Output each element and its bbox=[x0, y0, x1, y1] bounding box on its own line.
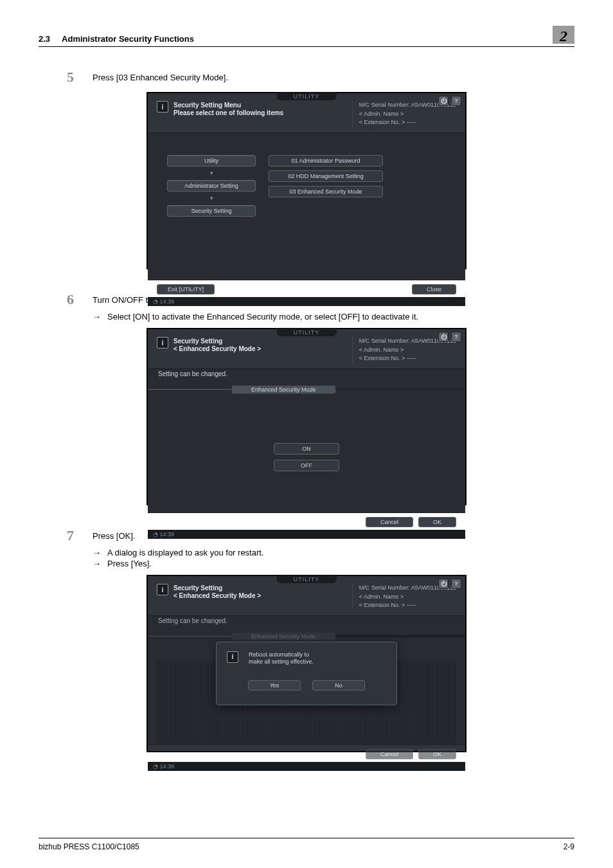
page: 2.3 Administrator Security Functions 2 5… bbox=[0, 0, 613, 868]
help-icon[interactable]: ? bbox=[451, 96, 461, 106]
off-button[interactable]: OFF bbox=[274, 460, 339, 471]
info-icon: i bbox=[227, 651, 238, 663]
chapter-badge: 2 bbox=[553, 26, 574, 44]
exit-utility-button[interactable]: Exit [UTILITY] bbox=[157, 284, 215, 294]
dialog-line-1: Reboot automatically to bbox=[249, 651, 314, 659]
help-icon[interactable]: ? bbox=[451, 332, 461, 342]
footer-model: bizhub PRESS C1100/C1085 bbox=[39, 842, 139, 851]
section-title: Administrator Security Functions bbox=[62, 34, 553, 44]
dialog-line-2: make all setting effective. bbox=[249, 658, 314, 666]
opt-hdd-management-button[interactable]: 02 HDD Management Setting bbox=[269, 170, 383, 182]
power-icon[interactable]: ⏻ bbox=[438, 332, 449, 342]
nav-utility-button[interactable]: Utility bbox=[167, 155, 256, 167]
power-icon[interactable]: ⏻ bbox=[438, 579, 449, 589]
on-button[interactable]: ON bbox=[274, 443, 339, 455]
status-message: Setting can be changed. bbox=[148, 369, 465, 383]
chevron-down-icon: ▾ bbox=[167, 172, 256, 175]
clock-icon: ◔ bbox=[153, 298, 158, 305]
footer-page: 2-9 bbox=[564, 842, 574, 851]
reboot-dialog: i Reboot automatically to make all setti… bbox=[216, 642, 397, 705]
header-line-2: < Enhanced Security Mode > bbox=[173, 592, 261, 599]
step-sub: →Press [Yes]. bbox=[93, 559, 574, 568]
step-5: 5 Press [03 Enhanced Security Mode]. bbox=[67, 69, 574, 86]
panel-footer: Cancel OK bbox=[148, 512, 465, 530]
status-bar: ◔ 14:38 bbox=[148, 762, 465, 771]
top-right-icons: ⏻ ? bbox=[438, 96, 461, 106]
admin-line: < Admin. Name > bbox=[359, 593, 456, 602]
chapter-number: 2 bbox=[560, 28, 567, 44]
panel-body: Utility ▾ Administrator Setting ▾ Securi… bbox=[148, 133, 465, 280]
clock-icon: ◔ bbox=[153, 531, 158, 538]
clock-time: 14:38 bbox=[160, 763, 175, 770]
section-number: 2.3 bbox=[39, 34, 50, 44]
header-line-2: < Enhanced Security Mode > bbox=[173, 345, 261, 352]
header-line-1: Security Setting Menu bbox=[173, 101, 283, 109]
sub-text: Press [Yes]. bbox=[107, 559, 152, 568]
ok-button[interactable]: OK bbox=[418, 517, 456, 527]
utility-tab: UTILITY bbox=[277, 93, 337, 100]
info-icon: i bbox=[157, 584, 168, 595]
step-number: 5 bbox=[67, 69, 93, 86]
option-column: 01 Administrator Password 02 HDD Managem… bbox=[269, 155, 383, 217]
info-icon: i bbox=[157, 101, 168, 113]
panel-footer: Exit [UTILITY] Close bbox=[148, 280, 465, 297]
section-band: Enhanced Security Mode bbox=[148, 385, 465, 394]
arrow-icon: → bbox=[93, 548, 101, 557]
step-text: Press [OK]. bbox=[93, 527, 135, 541]
section-band: Enhanced Security Mode bbox=[148, 632, 465, 641]
top-right-icons: ⏻ ? bbox=[438, 332, 461, 342]
status-bar: ◔ 14:38 bbox=[148, 297, 465, 306]
nav-admin-setting-button[interactable]: Administrator Setting bbox=[167, 180, 256, 192]
cancel-button[interactable]: Cancel bbox=[366, 517, 413, 527]
opt-enhanced-security-button[interactable]: 03 Enhanced Security Mode bbox=[269, 186, 383, 197]
header-line-2: Please select one of following items bbox=[173, 109, 283, 116]
no-button[interactable]: No bbox=[312, 680, 365, 691]
chevron-down-icon: ▾ bbox=[167, 197, 256, 200]
step-sub: →A dialog is displayed to ask you for re… bbox=[93, 548, 574, 557]
clock-time: 14:38 bbox=[160, 531, 175, 538]
panel-body: Setting can be changed. Enhanced Securit… bbox=[148, 616, 465, 745]
arrow-icon: → bbox=[93, 559, 101, 568]
ok-button: OK bbox=[418, 749, 456, 759]
info-icon: i bbox=[157, 337, 168, 348]
clock-time: 14:38 bbox=[160, 298, 175, 305]
top-right-icons: ⏻ ? bbox=[438, 579, 461, 589]
screenshot-1-wrap: UTILITY ⏻ ? i Security Setting Menu Plea… bbox=[39, 92, 574, 269]
yes-button[interactable]: Yes bbox=[248, 680, 301, 691]
screenshot-3-wrap: UTILITY ⏻ ? i Security Setting < Enhance… bbox=[39, 575, 574, 752]
ext-line: < Extension No. > ----- bbox=[359, 118, 456, 127]
status-message: Setting can be changed. bbox=[148, 616, 465, 629]
clock-icon: ◔ bbox=[153, 763, 158, 770]
section-band-label: Enhanced Security Mode bbox=[231, 385, 336, 394]
screenshot-2-wrap: UTILITY ⏻ ? i Security Setting < Enhance… bbox=[39, 328, 574, 505]
sub-text: A dialog is displayed to ask you for res… bbox=[107, 548, 264, 557]
arrow-icon: → bbox=[93, 312, 101, 321]
toggle-group: ON OFF bbox=[148, 413, 465, 512]
page-footer: bizhub PRESS C1100/C1085 2-9 bbox=[39, 838, 574, 851]
help-icon[interactable]: ? bbox=[451, 579, 461, 589]
screenshot-2: UTILITY ⏻ ? i Security Setting < Enhance… bbox=[147, 328, 466, 505]
ext-line: < Extension No. > ----- bbox=[359, 354, 456, 363]
admin-line: < Admin. Name > bbox=[359, 110, 456, 119]
utility-tab: UTILITY bbox=[277, 329, 337, 336]
power-icon[interactable]: ⏻ bbox=[438, 96, 449, 106]
header-line-1: Security Setting bbox=[173, 337, 261, 345]
panel-body: Setting can be changed. Enhanced Securit… bbox=[148, 369, 465, 512]
section-band-label: Enhanced Security Mode bbox=[231, 632, 336, 641]
screenshot-3: UTILITY ⏻ ? i Security Setting < Enhance… bbox=[147, 575, 466, 752]
step-number: 7 bbox=[67, 527, 93, 544]
step-sub: →Select [ON] to activate the Enhanced Se… bbox=[93, 312, 574, 321]
opt-admin-password-button[interactable]: 01 Administrator Password bbox=[269, 155, 383, 167]
nav-security-setting-button[interactable]: Security Setting bbox=[167, 205, 256, 217]
status-bar: ◔ 14:38 bbox=[148, 530, 465, 539]
sub-text: Select [ON] to activate the Enhanced Sec… bbox=[107, 312, 418, 321]
header-line-1: Security Setting bbox=[173, 584, 261, 592]
step-number: 6 bbox=[67, 291, 93, 308]
utility-tab: UTILITY bbox=[277, 575, 337, 583]
screenshot-1: UTILITY ⏻ ? i Security Setting Menu Plea… bbox=[147, 92, 466, 269]
cancel-button: Cancel bbox=[366, 749, 413, 759]
close-button[interactable]: Close bbox=[412, 284, 456, 294]
admin-line: < Admin. Name > bbox=[359, 346, 456, 355]
step-text: Press [03 Enhanced Security Mode]. bbox=[93, 69, 228, 82]
panel-footer: Cancel OK bbox=[148, 745, 465, 762]
